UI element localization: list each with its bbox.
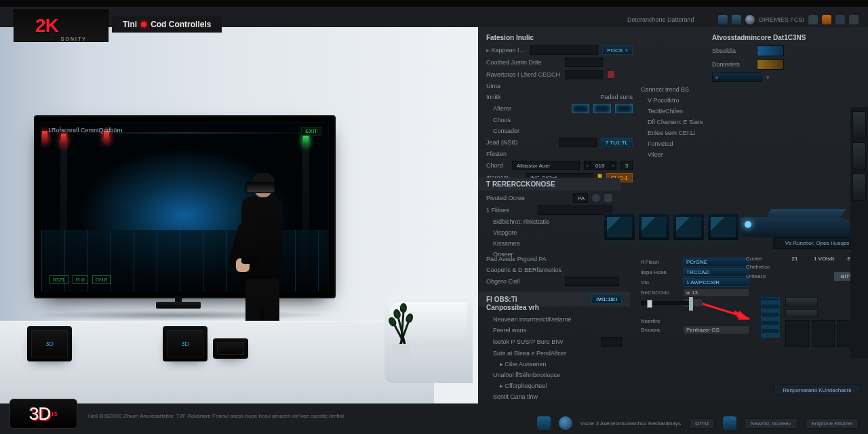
v0v[interactable]: PCrGNE (683, 258, 749, 267)
ar2-5[interactable]: Vileer (641, 151, 709, 158)
v3k: NeCSCOdo (641, 290, 679, 296)
d-0[interactable]: Neoveøn inrurrrenctIMetarne (486, 316, 622, 323)
afterer-chip-1[interactable] (572, 104, 589, 113)
asset-thumb[interactable] (638, 214, 670, 241)
dropdown-caret-icon[interactable]: ▾ (766, 74, 770, 81)
lbl-pioted: Pivoted Ocree (486, 195, 561, 201)
texture-mini-2[interactable] (785, 309, 818, 317)
onteard-k: Onteard (746, 273, 830, 279)
render-viewport[interactable]: 1Rofscnrafl CemntQddbörn EXIT 0321 G:0 O… (0, 27, 478, 403)
hud-1: G:0 (73, 275, 88, 284)
lbl-bibd[interactable]: Bidbichrot: rlinicttatie (486, 218, 595, 225)
swatch-b[interactable] (757, 59, 784, 70)
afterer-chip-3[interactable] (615, 104, 633, 113)
v0k: If Fleon (641, 259, 679, 265)
logo3d-b: rs (52, 410, 58, 417)
save-button[interactable]: sIITM (689, 418, 715, 429)
logo3d-a: 3D (29, 403, 50, 425)
logo-main: 2K (35, 15, 58, 37)
d-6[interactable]: ▸ Cfforphequrteel (486, 382, 568, 389)
render-color-swatch[interactable] (607, 71, 615, 79)
lbl-choos: Choos (486, 117, 554, 123)
d-1[interactable]: Feerel waris (486, 327, 554, 334)
screen-exit-button[interactable]: EXIT (301, 127, 321, 136)
lbl-visgore[interactable]: Vispgore (486, 229, 554, 236)
thumb-item[interactable] (852, 174, 866, 201)
lbl-donteriets: Donterlets (712, 61, 753, 68)
v2v[interactable]: 1 AWPCCSfR (683, 278, 749, 287)
preview-mode-pill[interactable]: Vs Runcbor, Opee Husqes (773, 237, 861, 249)
lbl-cannect: Cannect trend BS (641, 86, 689, 93)
texture-mini-1[interactable] (785, 297, 818, 307)
menu-icon[interactable] (835, 15, 845, 24)
chord-field[interactable]: Allasstor Auer (512, 161, 580, 170)
globe-icon[interactable] (745, 15, 755, 24)
breadcrumb: Deteranchone Datterand (627, 16, 694, 23)
ar2-1[interactable]: TecttleChifen (641, 108, 709, 115)
asset-thumb[interactable] (604, 214, 635, 241)
chord-n2[interactable]: 3 (620, 161, 633, 170)
d-2[interactable]: loetok P SUSrP Bure BNv (486, 338, 597, 345)
status-chip-1-icon[interactable] (537, 416, 551, 430)
codee-b[interactable]: 1 VOIslit (807, 256, 841, 262)
brosara-k: Brosara (641, 327, 679, 333)
lbl-consader: Consader (486, 127, 554, 134)
d-3[interactable]: Sute at Bleea e PendAlfcer (486, 350, 622, 357)
engine-logo-3d: 3D rs (9, 399, 77, 429)
ar2-3[interactable]: Enlee sern CEI:Li (641, 130, 709, 136)
afterer-chip-2[interactable] (593, 104, 611, 113)
pioted-val[interactable]: PA (573, 193, 588, 203)
brosara-v[interactable]: Perrbazer GS (683, 326, 749, 334)
d-5[interactable]: Unal0ol ffSéhnbrrotiopce (486, 372, 622, 378)
coord-panel: Codee 21 1 VOIslit E 13 Cheinetoc Ontear… (746, 254, 861, 283)
lbl-jead: Jead (NSID (486, 139, 555, 146)
dendent-slider[interactable] (641, 298, 692, 305)
notify-icon[interactable] (822, 15, 831, 24)
v1v[interactable]: TRCCAZI (683, 268, 749, 277)
device-cube-2: 3D (163, 326, 208, 361)
ar2-4[interactable]: Fonveted (641, 140, 709, 147)
ar2-0[interactable]: V Pocotktro (641, 97, 709, 104)
lbl-festen: Ffesten (486, 151, 561, 157)
screen-hud: 0321 G:0 O/18 (50, 275, 111, 284)
chord-spin[interactable]: ‹018› (584, 161, 616, 170)
lbl-engine[interactable]: Kappean IB UNID LOCS (486, 47, 526, 54)
more-icon[interactable] (849, 15, 859, 24)
thumb-item[interactable] (852, 142, 866, 170)
asset-thumb[interactable] (707, 214, 739, 241)
thumb-item[interactable] (852, 111, 866, 138)
logo-sub: SONITY (61, 37, 87, 41)
settings-icon[interactable] (732, 15, 741, 24)
status-right: Vscre 3 Asèhéonhonamhco Eiedrarllinays s… (537, 416, 859, 430)
right-thumb-column[interactable] (850, 107, 868, 358)
jead-tag[interactable]: 7 TU1:TL (601, 138, 633, 147)
status-center: Vscre 3 Asèhéonhonamhco Eiedrarllinays (580, 420, 681, 427)
pioted-dot-icon[interactable] (592, 194, 600, 202)
asset-thumb[interactable] (673, 214, 705, 241)
ar2-2[interactable]: Dfl Charsen: E Siars (641, 119, 709, 125)
codee-a[interactable]: 21 (787, 256, 803, 262)
status-chip-3-icon[interactable] (723, 416, 736, 430)
grid-icon[interactable] (808, 15, 818, 24)
lbl-kissame[interactable]: Kissamea (486, 240, 554, 247)
neertire-label: Neertire (641, 318, 679, 324)
plant (391, 304, 412, 345)
texture-thumb[interactable] (761, 297, 780, 338)
lbl-sbeeldia: Sbeeldia (712, 47, 753, 54)
asset-thumbnail-strip[interactable] (604, 210, 739, 244)
d-7[interactable]: Sentit Gana tinw (486, 393, 554, 400)
layers-icon[interactable] (718, 15, 728, 24)
d-4[interactable]: ▸ Cibe Aunserien (486, 361, 568, 368)
status-btn-1[interactable]: Nawmd, Goneev (745, 418, 797, 429)
status-btn-2[interactable]: Enlptone Ettorrer (806, 418, 859, 429)
status-chip-2-icon[interactable] (559, 416, 572, 430)
v3v[interactable]: w 13 (683, 288, 749, 297)
assets-action-button[interactable]: Renporvarand KUndechacre (773, 384, 861, 395)
ar-dropdown[interactable] (712, 73, 762, 82)
swatch-a[interactable] (757, 45, 784, 56)
pioted-box-icon[interactable] (604, 194, 612, 202)
lbl-inputk: Innitk (486, 94, 561, 100)
lbl-cooperic: Cooperic & D BERfannotios (486, 267, 601, 273)
status-text: He8 BISOIDC Zhvon Anoresartstior. T2F Ro… (88, 413, 345, 419)
engine-dropdown[interactable]: POCS (602, 45, 633, 55)
